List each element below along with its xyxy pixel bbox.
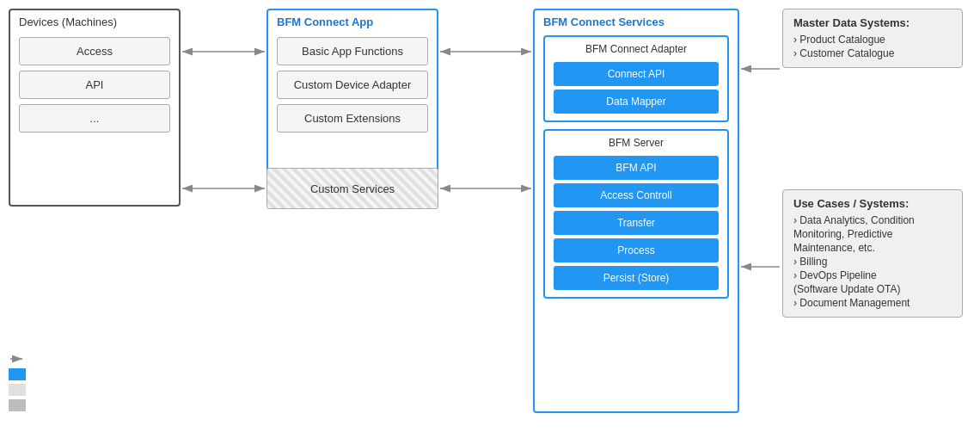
custom-services-label: Custom Services bbox=[310, 182, 395, 195]
transfer-btn: Transfer bbox=[554, 211, 719, 235]
bfm-app-item-extensions: Custom Extensions bbox=[277, 104, 428, 133]
master-data-title: Master Data Systems: bbox=[793, 16, 952, 29]
use-cases-title: Use Cases / Systems: bbox=[793, 197, 952, 210]
bfm-server-box: BFM Server BFM API Access Controll Trans… bbox=[543, 129, 729, 299]
bfm-app-title: BFM Connect App bbox=[268, 10, 437, 32]
legend bbox=[9, 353, 31, 415]
bfm-adapter-box: BFM Connect Adapter Connect API Data Map… bbox=[543, 35, 729, 122]
bfm-app-item-basic: Basic App Functions bbox=[277, 37, 428, 65]
bfm-services-title: BFM Connect Services bbox=[535, 10, 738, 32]
use-cases-item-5: (Software Update OTA) bbox=[793, 282, 952, 296]
legend-gray-dark bbox=[9, 399, 31, 411]
devices-item-access: Access bbox=[19, 37, 170, 65]
master-data-item-0: › Product Catalogue bbox=[793, 33, 952, 46]
use-cases-item-6: › Document Management bbox=[793, 296, 952, 310]
use-cases-item-2: Maintenance, etc. bbox=[793, 241, 952, 255]
custom-services-box: Custom Services bbox=[266, 168, 438, 209]
legend-gray-light-box bbox=[9, 384, 26, 396]
persist-btn: Persist (Store) bbox=[554, 266, 719, 290]
legend-arrow bbox=[9, 353, 31, 365]
master-data-box: Master Data Systems: › Product Catalogue… bbox=[782, 9, 963, 68]
devices-item-etc: ... bbox=[19, 104, 170, 133]
bfm-adapter-title: BFM Connect Adapter bbox=[548, 40, 724, 59]
legend-gray-light bbox=[9, 384, 31, 396]
legend-blue bbox=[9, 368, 31, 380]
process-btn: Process bbox=[554, 238, 719, 262]
use-cases-item-1: Monitoring, Predictive bbox=[793, 227, 952, 241]
access-control-btn: Access Controll bbox=[554, 183, 719, 207]
master-data-item-1: › Customer Catalogue bbox=[793, 46, 952, 60]
use-cases-item-4: › DevOps Pipeline bbox=[793, 268, 952, 282]
use-cases-box: Use Cases / Systems: › Data Analytics, C… bbox=[782, 189, 963, 318]
legend-arrow-icon bbox=[9, 353, 26, 365]
use-cases-item-0: › Data Analytics, Condition bbox=[793, 213, 952, 227]
devices-box: Devices (Machines) Access API ... bbox=[9, 9, 181, 207]
bfm-server-title: BFM Server bbox=[548, 134, 724, 152]
bfm-app-item-adapter: Custom Device Adapter bbox=[277, 71, 428, 99]
connect-api-btn: Connect API bbox=[554, 62, 719, 86]
legend-blue-box bbox=[9, 368, 26, 380]
use-cases-item-3: › Billing bbox=[793, 255, 952, 268]
data-mapper-btn: Data Mapper bbox=[554, 89, 719, 114]
devices-title: Devices (Machines) bbox=[10, 10, 179, 32]
devices-item-api: API bbox=[19, 71, 170, 99]
bfm-api-btn: BFM API bbox=[554, 156, 719, 180]
legend-gray-dark-box bbox=[9, 399, 26, 411]
bfm-services-outer: BFM Connect Services BFM Connect Adapter… bbox=[533, 9, 739, 413]
